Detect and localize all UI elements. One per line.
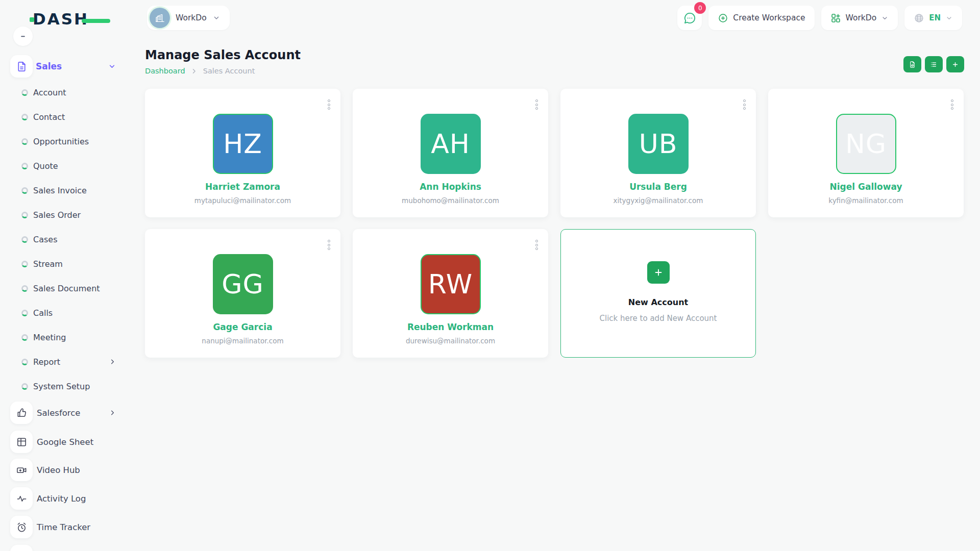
sidebar-item-quote[interactable]: Quote xyxy=(0,155,121,177)
account-card: GG Gage Garcia nanupi@mailinator.com xyxy=(145,229,340,358)
accounts-grid: HZ Harriet Zamora mytapuluci@mailinator.… xyxy=(145,89,964,358)
sidebar-app-video-hub[interactable]: Video Hub xyxy=(0,459,121,481)
breadcrumb-current: Sales Account xyxy=(203,67,255,75)
sidebar-item-opportunities[interactable]: Opportunities xyxy=(0,130,121,153)
account-card: AH Ann Hopkins mubohomo@mailinator.com xyxy=(353,89,548,217)
avatar: NG xyxy=(836,114,896,174)
card-menu-button[interactable] xyxy=(533,97,540,112)
building-icon xyxy=(154,12,165,23)
sidebar-app-salesforce[interactable]: Salesforce xyxy=(0,402,121,424)
language-code: EN xyxy=(929,13,941,22)
sidebar: Sales Account Contact Opportunities Quot… xyxy=(0,0,128,551)
time-tracker-icon-tile xyxy=(10,516,33,538)
list-icon xyxy=(929,60,938,69)
sidebar-item-partial[interactable] xyxy=(0,545,121,551)
new-account-plus-button[interactable] xyxy=(647,261,670,284)
document-icon xyxy=(16,61,28,72)
card-menu-button[interactable] xyxy=(533,238,540,252)
account-name-link[interactable]: Ursula Berg xyxy=(629,182,687,192)
language-selector[interactable]: EN xyxy=(904,6,962,30)
sidebar-app-google-sheet[interactable]: Google Sheet xyxy=(0,431,121,453)
breadcrumb-dashboard-link[interactable]: Dashboard xyxy=(145,67,185,75)
bullet-icon xyxy=(21,114,28,120)
workspace-dropdown[interactable]: WorkDo xyxy=(821,6,898,30)
chat-bubble-icon xyxy=(683,11,697,25)
thumbs-up-icon xyxy=(16,407,28,419)
messages-button[interactable]: 0 xyxy=(677,6,702,30)
bullet-icon xyxy=(21,138,28,145)
chevron-right-icon xyxy=(109,358,116,366)
sidebar-item-report[interactable]: Report xyxy=(0,350,121,373)
bullet-icon xyxy=(21,89,28,96)
account-email: durewisu@mailinator.com xyxy=(406,337,495,345)
sidebar-app-activity-log[interactable]: Activity Log xyxy=(0,487,121,510)
sidebar-item-stream[interactable]: Stream xyxy=(0,253,121,275)
card-menu-button[interactable] xyxy=(741,97,748,112)
video-hub-icon-tile xyxy=(10,459,33,481)
header-actions: 0 Create Workspace WorkDo EN xyxy=(677,6,962,30)
bullet-icon xyxy=(21,310,28,316)
add-account-button[interactable] xyxy=(946,56,964,72)
bullet-icon xyxy=(21,261,28,267)
workspace-switcher[interactable]: WorkDo xyxy=(147,6,230,30)
workspace-dropdown-label: WorkDo xyxy=(846,13,877,22)
avatar: RW xyxy=(421,254,481,314)
sales-group-icon-tile xyxy=(10,55,33,78)
sidebar-item-cases[interactable]: Cases xyxy=(0,228,121,251)
chevron-down-icon xyxy=(881,14,889,22)
chevron-down-icon xyxy=(945,14,953,22)
sidebar-item-sales-invoice[interactable]: Sales Invoice xyxy=(0,179,121,202)
sidebar-item-meeting[interactable]: Meeting xyxy=(0,326,121,348)
sidebar-item-system-setup[interactable]: System Setup xyxy=(0,375,121,397)
list-view-button[interactable] xyxy=(925,56,943,72)
new-account-subtitle: Click here to add New Account xyxy=(600,314,717,323)
new-account-card[interactable]: New Account Click here to add New Accoun… xyxy=(560,229,756,358)
account-card: HZ Harriet Zamora mytapuluci@mailinator.… xyxy=(145,89,340,217)
plus-icon xyxy=(653,267,664,278)
new-account-title: New Account xyxy=(628,297,688,307)
sidebar-app-time-tracker[interactable]: Time Tracker xyxy=(0,516,121,538)
globe-icon xyxy=(914,13,924,23)
bullet-icon xyxy=(21,212,28,218)
bullet-icon xyxy=(21,334,28,341)
account-card: RW Reuben Workman durewisu@mailinator.co… xyxy=(353,229,548,358)
account-name-link[interactable]: Gage Garcia xyxy=(213,322,272,332)
account-name-link[interactable]: Reuben Workman xyxy=(407,322,494,332)
card-menu-button[interactable] xyxy=(326,238,332,252)
page-actions xyxy=(903,56,964,72)
breadcrumb: Dashboard Sales Account xyxy=(145,67,255,75)
minus-icon xyxy=(18,32,28,41)
bullet-icon xyxy=(21,383,28,390)
export-accounts-button[interactable] xyxy=(903,56,921,72)
plus-circle-icon xyxy=(718,13,728,23)
sidebar-item-sales-order[interactable]: Sales Order xyxy=(0,204,121,226)
bullet-icon xyxy=(21,359,28,365)
bullet-icon xyxy=(21,163,28,169)
create-workspace-label: Create Workspace xyxy=(733,13,805,22)
account-email: mubohomo@mailinator.com xyxy=(402,196,499,205)
sidebar-item-contact[interactable]: Contact xyxy=(0,106,121,128)
chevron-down-icon xyxy=(212,14,220,22)
alarm-clock-icon xyxy=(16,521,28,533)
table-icon xyxy=(16,436,28,448)
sidebar-group-label: Sales xyxy=(36,61,62,71)
account-name-link[interactable]: Ann Hopkins xyxy=(420,182,481,192)
account-card: NG Nigel Galloway kyfin@mailinator.com xyxy=(768,89,964,217)
card-menu-button[interactable] xyxy=(326,97,332,112)
sidebar-item-sales-document[interactable]: Sales Document xyxy=(0,277,121,299)
account-name-link[interactable]: Harriet Zamora xyxy=(205,182,280,192)
chevron-right-icon xyxy=(109,409,116,417)
account-name-link[interactable]: Nigel Galloway xyxy=(830,182,902,192)
video-camera-icon xyxy=(16,464,28,476)
bullet-icon xyxy=(21,285,28,292)
card-menu-button[interactable] xyxy=(949,97,955,112)
account-email: mytapuluci@mailinator.com xyxy=(194,196,291,205)
sidebar-group-sales[interactable]: Sales xyxy=(0,55,121,78)
activity-log-icon-tile xyxy=(10,487,33,510)
sidebar-item-account[interactable]: Account xyxy=(0,81,121,104)
create-workspace-button[interactable]: Create Workspace xyxy=(708,6,814,30)
account-email: kyfin@mailinator.com xyxy=(828,196,903,205)
sidebar-item-calls[interactable]: Calls xyxy=(0,302,121,324)
workspace-switcher-label: WorkDo xyxy=(176,13,207,22)
sidebar-collapse-button[interactable] xyxy=(13,27,33,46)
